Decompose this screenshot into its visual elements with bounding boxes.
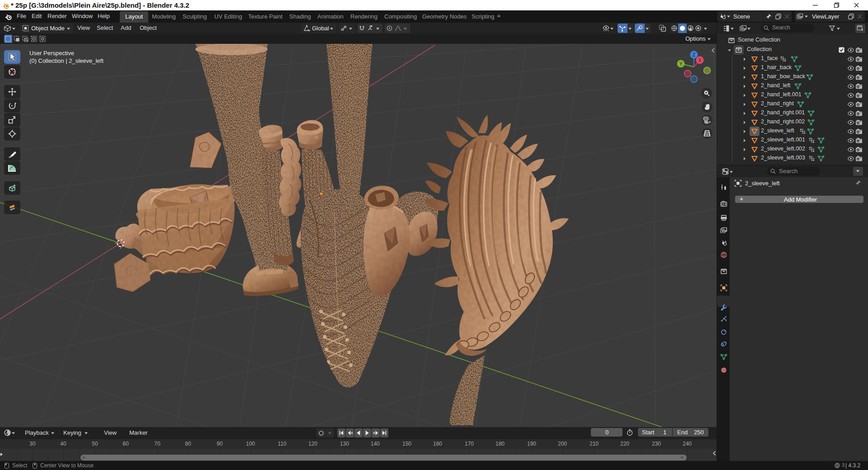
svg-text:X: X <box>698 58 702 63</box>
svg-text:Z: Z <box>693 52 695 57</box>
svg-text:Y: Y <box>679 61 683 66</box>
